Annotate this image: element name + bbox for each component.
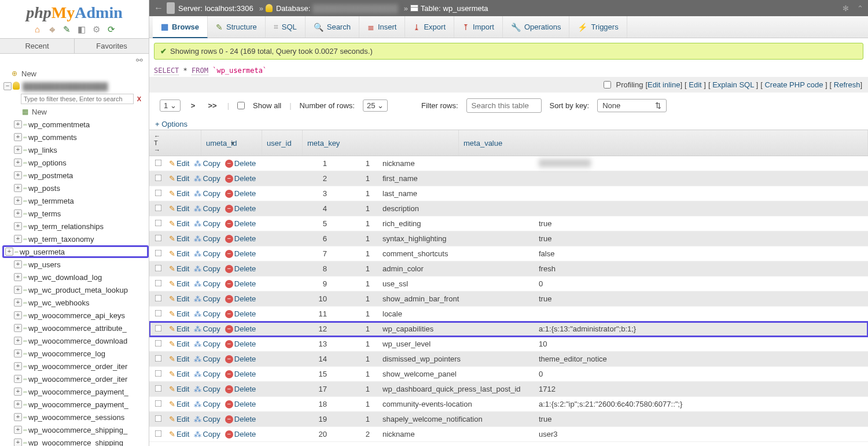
- row-checkbox[interactable]: [155, 249, 161, 256]
- options-toggle[interactable]: + Options: [149, 119, 868, 130]
- delete-button[interactable]: −Delete: [225, 340, 256, 348]
- delete-button[interactable]: −Delete: [225, 309, 256, 318]
- table-wp_woocommerce_download[interactable]: wp_woocommerce_download: [28, 337, 127, 345]
- copy-button[interactable]: ⁂Copy: [194, 370, 220, 378]
- expand-icon[interactable]: +: [14, 337, 22, 345]
- table-wp_woocommerce_payment_[interactable]: wp_woocommerce_payment_: [28, 400, 128, 409]
- table-wp_woocommerce_order_iter[interactable]: wp_woocommerce_order_iter: [28, 375, 127, 384]
- next-page-button[interactable]: >: [189, 101, 198, 110]
- sort-by-key-select[interactable]: None⇅: [597, 99, 667, 112]
- edit-button[interactable]: ✎Edit: [169, 174, 189, 183]
- table-wp_woocommerce_api_keys[interactable]: wp_woocommerce_api_keys: [28, 311, 125, 320]
- delete-button[interactable]: −Delete: [225, 430, 256, 438]
- edit-inline-link[interactable]: Edit inline: [648, 80, 680, 89]
- export-tab[interactable]: ⤓Export: [405, 16, 454, 38]
- structure-tab[interactable]: ✎Structure: [208, 16, 266, 38]
- row-checkbox[interactable]: [155, 294, 161, 301]
- table-wp_woocommerce_log[interactable]: wp_woocommerce_log: [28, 349, 105, 358]
- expand-icon[interactable]: +: [14, 133, 22, 141]
- triggers-tab[interactable]: ⚡Triggers: [569, 16, 627, 38]
- expand-icon[interactable]: +: [14, 438, 22, 446]
- collapse-icon[interactable]: −: [3, 82, 12, 90]
- table-wp_woocommerce_sessions[interactable]: wp_woocommerce_sessions: [28, 413, 124, 422]
- row-checkbox[interactable]: [155, 264, 161, 271]
- delete-button[interactable]: −Delete: [225, 294, 256, 303]
- copy-button[interactable]: ⁂Copy: [194, 219, 220, 228]
- expand-icon[interactable]: +: [5, 248, 13, 256]
- copy-button[interactable]: ⁂Copy: [194, 309, 220, 318]
- col-meta-value[interactable]: meta_value: [459, 130, 868, 156]
- copy-button[interactable]: ⁂Copy: [194, 159, 220, 168]
- row-checkbox[interactable]: [155, 385, 161, 392]
- edit-button[interactable]: ✎Edit: [169, 430, 189, 438]
- copy-button[interactable]: ⁂Copy: [194, 325, 220, 333]
- new-database[interactable]: New: [21, 69, 36, 78]
- reload-icon[interactable]: ⟳: [106, 24, 117, 35]
- delete-button[interactable]: −Delete: [225, 325, 256, 333]
- create-php-link[interactable]: Create PHP code: [764, 80, 823, 89]
- profiling-checkbox[interactable]: [604, 81, 611, 89]
- row-checkbox[interactable]: [155, 415, 161, 422]
- server-value[interactable]: localhost:3306: [205, 4, 253, 13]
- col-user-id[interactable]: user_id: [262, 130, 303, 156]
- sql-tab[interactable]: ⌗SQL: [266, 16, 306, 38]
- table-wp_woocommerce_shipping_[interactable]: wp_woocommerce_shipping_: [28, 426, 127, 434]
- col-umeta-id[interactable]: umeta_id: [201, 130, 262, 156]
- new-table[interactable]: New: [32, 108, 47, 116]
- expand-icon[interactable]: +: [14, 146, 22, 154]
- table-wp_terms[interactable]: wp_terms: [28, 209, 61, 218]
- copy-button[interactable]: ⁂Copy: [194, 415, 220, 423]
- copy-button[interactable]: ⁂Copy: [194, 174, 220, 183]
- edit-button[interactable]: ✎Edit: [169, 385, 189, 393]
- import-tab[interactable]: ⤒Import: [454, 16, 503, 38]
- delete-button[interactable]: −Delete: [225, 204, 256, 213]
- search-tab[interactable]: 🔍Search: [306, 16, 359, 38]
- numrows-select[interactable]: 25 ⌄: [363, 99, 388, 112]
- collapse-panel-icon[interactable]: ⌃: [857, 4, 863, 13]
- delete-button[interactable]: −Delete: [225, 415, 256, 423]
- copy-button[interactable]: ⁂Copy: [194, 385, 220, 393]
- edit-button[interactable]: ✎Edit: [169, 279, 189, 288]
- copy-button[interactable]: ⁂Copy: [194, 400, 220, 408]
- copy-button[interactable]: ⁂Copy: [194, 189, 220, 198]
- delete-button[interactable]: −Delete: [225, 159, 256, 168]
- expand-icon[interactable]: +: [14, 324, 22, 332]
- delete-button[interactable]: −Delete: [225, 219, 256, 228]
- table-wp_termmeta[interactable]: wp_termmeta: [28, 197, 74, 205]
- table-wp_woocommerce_attribute_[interactable]: wp_woocommerce_attribute_: [28, 324, 127, 333]
- logo[interactable]: phpMyAdmin: [0, 0, 149, 23]
- docs-icon[interactable]: ✎: [62, 24, 72, 35]
- table-wp_term_relationships[interactable]: wp_term_relationships: [28, 222, 104, 231]
- expand-icon[interactable]: +: [14, 286, 22, 294]
- tree-filter-input[interactable]: [21, 94, 134, 104]
- browse-tab[interactable]: ▦Browse: [153, 16, 208, 38]
- table-wp_woocommerce_payment_[interactable]: wp_woocommerce_payment_: [28, 388, 128, 396]
- row-checkbox[interactable]: [155, 219, 161, 226]
- edit-button[interactable]: ✎Edit: [169, 264, 189, 273]
- row-checkbox[interactable]: [155, 400, 161, 407]
- expand-icon[interactable]: +: [14, 260, 22, 268]
- row-checkbox[interactable]: [155, 204, 161, 211]
- row-checkbox[interactable]: [155, 174, 161, 181]
- nav-icon[interactable]: ◧: [76, 24, 87, 35]
- copy-button[interactable]: ⁂Copy: [194, 249, 220, 258]
- expand-icon[interactable]: +: [14, 273, 22, 281]
- col-meta-key[interactable]: meta_key: [303, 130, 459, 156]
- copy-button[interactable]: ⁂Copy: [194, 294, 220, 303]
- copy-button[interactable]: ⁂Copy: [194, 234, 220, 243]
- table-wp_links[interactable]: wp_links: [28, 146, 57, 154]
- expand-icon[interactable]: +: [14, 197, 22, 205]
- back-icon[interactable]: ←: [154, 3, 163, 13]
- expand-icon[interactable]: +: [14, 171, 22, 179]
- copy-button[interactable]: ⁂Copy: [194, 340, 220, 348]
- edit-button[interactable]: ✎Edit: [169, 325, 189, 333]
- copy-button[interactable]: ⁂Copy: [194, 204, 220, 213]
- logout-icon[interactable]: ⎆: [47, 24, 57, 35]
- edit-button[interactable]: ✎Edit: [169, 234, 189, 243]
- expand-icon[interactable]: +: [14, 184, 22, 192]
- expand-icon[interactable]: +: [14, 349, 22, 357]
- expand-icon[interactable]: +: [14, 362, 22, 370]
- page-select[interactable]: 1 ⌄: [160, 99, 181, 112]
- explain-sql-link[interactable]: Explain SQL: [712, 80, 754, 89]
- row-checkbox[interactable]: [155, 340, 161, 347]
